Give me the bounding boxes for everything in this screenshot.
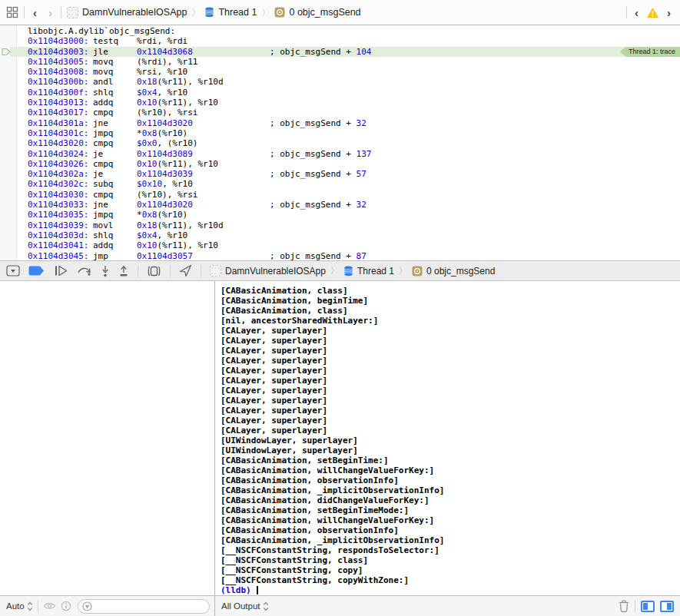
- asm-address: 0x1104d3008:: [28, 67, 93, 77]
- step-over-icon[interactable]: [77, 265, 92, 277]
- asm-line: 0x1104d300f:shlq$0x4, %r10: [0, 88, 680, 98]
- asm-line: 0x1104d3008:movq%rsi, %r10: [0, 67, 680, 77]
- debug-area-bottom-bar: Auto All Output: [0, 595, 680, 616]
- console-log-line: [CABasicAnimation, class]: [221, 286, 680, 296]
- asm-line: 0x1104d3000:testq%rdi, %rdi: [0, 36, 680, 46]
- asm-address: 0x1104d3013:: [28, 98, 93, 108]
- debug-breadcrumb: DamnVulnerableIOSApp 〉 Thread 1 〉 0 objc…: [210, 265, 495, 277]
- console-log-line: [CABasicAnimation, willChangeValueForKey…: [221, 515, 680, 525]
- asm-line: 0x1104d3030:cmpq(%r10), %rsi: [0, 190, 680, 200]
- asm-line: 0x1104d3003:jle0x1104d3068; objc_msgSend…: [0, 47, 680, 57]
- asm-address: 0x1104d3017:: [28, 108, 93, 118]
- asm-operands: $0x4, %r10: [137, 88, 270, 98]
- asm-address: 0x1104d301a:: [28, 118, 93, 128]
- continue-icon[interactable]: [53, 265, 68, 277]
- asm-mnemonic: jmpq: [93, 128, 137, 138]
- asm-line: 0x1104d300b:andl0x18(%r11), %r10d: [0, 77, 680, 87]
- console-log-line: [CALayer, superlayer]: [221, 396, 680, 406]
- previous-issue-button[interactable]: ‹: [632, 6, 642, 19]
- back-button[interactable]: ‹: [30, 6, 40, 19]
- debug-breadcrumb-frame[interactable]: 0 objc_msgSend: [426, 266, 495, 277]
- asm-operands: *0x8(%r10): [137, 210, 270, 220]
- asm-operands: (%r10), %rsi: [137, 108, 270, 118]
- asm-line: 0x1104d3035:jmpq*0x8(%r10): [0, 210, 680, 220]
- next-issue-button[interactable]: ›: [664, 6, 674, 19]
- console-log-line: [CABasicAnimation, beginTime]: [221, 296, 680, 306]
- lldb-prompt-line[interactable]: (lldb): [221, 585, 680, 595]
- asm-mnemonic: shlq: [93, 230, 137, 240]
- asm-line: 0x1104d3045:jmp0x1104d3057; objc_msgSend…: [0, 251, 680, 260]
- console-bottom-bar: All Output: [215, 596, 680, 616]
- console-log-line: [CALayer, superlayer]: [221, 386, 680, 396]
- console-log-line: [CALayer, superlayer]: [221, 336, 680, 346]
- breadcrumb-frame[interactable]: 0 objc_msgSend: [289, 7, 360, 18]
- step-into-icon[interactable]: [101, 265, 110, 277]
- asm-operands: *0x8(%r10): [137, 128, 270, 138]
- breakpoints-enabled-icon[interactable]: [28, 266, 45, 276]
- asm-address: 0x1104d3039:: [28, 220, 93, 230]
- related-items-icon[interactable]: [6, 6, 18, 18]
- breadcrumb-app[interactable]: DamnVulnerableIOSApp: [82, 7, 187, 18]
- variables-scope-popup[interactable]: Auto: [6, 601, 33, 611]
- asm-operands: 0x18(%r11), %r10d: [137, 77, 270, 87]
- asm-address: 0x1104d3041:: [28, 240, 93, 250]
- filter-input[interactable]: [78, 599, 210, 614]
- debug-breadcrumb-thread[interactable]: Thread 1: [357, 266, 394, 277]
- asm-mnemonic: jne: [93, 200, 137, 210]
- asm-line: 0x1104d302c:subq$0x10, %r10: [0, 179, 680, 189]
- console-log-line: [__NSCFConstantString, respondsToSelecto…: [221, 545, 680, 555]
- asm-mnemonic: jmp: [93, 251, 137, 260]
- asm-line: 0x1104d3041:addq0x10(%r11), %r10: [0, 240, 680, 250]
- trash-icon[interactable]: [619, 600, 629, 612]
- console-log-line: [CABasicAnimation, _implicitObservationI…: [221, 535, 680, 545]
- simulate-location-icon[interactable]: [179, 264, 192, 277]
- breadcrumb-thread[interactable]: Thread 1: [218, 7, 257, 18]
- app-icon: [67, 7, 78, 18]
- debug-breadcrumb-app[interactable]: DamnVulnerableIOSApp: [225, 266, 326, 277]
- asm-line: 0x1104d303d:shlq$0x4, %r10: [0, 230, 680, 240]
- divider: [38, 600, 38, 612]
- info-icon[interactable]: [61, 601, 71, 611]
- asm-line: 0x1104d3017:cmpq(%r10), %rsi: [0, 108, 680, 118]
- console-log-line: [CALayer, superlayer]: [221, 376, 680, 386]
- hide-debug-area-icon[interactable]: [6, 265, 20, 277]
- asm-operands: 0x1104d3020: [137, 118, 270, 128]
- asm-line: 0x1104d3013:addq0x10(%r11), %r10: [0, 98, 680, 108]
- warning-icon[interactable]: [646, 7, 659, 18]
- asm-address: 0x1104d3033:: [28, 200, 93, 210]
- console-log-line: [UIWindowLayer, superlayer]: [221, 445, 680, 455]
- divider: [170, 265, 171, 277]
- eye-icon[interactable]: [43, 601, 56, 611]
- up-down-chevrons-icon: [27, 601, 33, 611]
- up-down-chevrons-icon: [263, 601, 269, 611]
- breadcrumb-separator: 〉: [260, 7, 270, 18]
- console-log-line: [UIWindowLayer, superlayer]: [221, 436, 680, 445]
- asm-mnemonic: cmpq: [93, 138, 137, 148]
- stack-frame-icon: [274, 7, 285, 18]
- variables-view: [0, 281, 215, 595]
- thread-icon: [343, 266, 353, 277]
- asm-line: 0x1104d3024:je0x1104d3089; objc_msgSend …: [0, 149, 680, 159]
- debug-view-hierarchy-icon[interactable]: [147, 265, 161, 277]
- asm-operands: (%rdi), %r11: [137, 57, 270, 67]
- console-pane-toggle-icon[interactable]: [660, 601, 674, 612]
- forward-button[interactable]: ›: [45, 6, 55, 19]
- console-output-popup[interactable]: All Output: [221, 601, 269, 611]
- asm-operands: 0x1104d3020: [137, 200, 270, 210]
- asm-address: 0x1104d3030:: [28, 190, 93, 200]
- console-log-line: [CABasicAnimation, _implicitObservationI…: [221, 485, 680, 495]
- step-out-icon[interactable]: [118, 265, 129, 277]
- asm-operands: 0x10(%r11), %r10: [137, 240, 270, 250]
- lldb-prompt: (lldb): [221, 585, 251, 595]
- asm-line: 0x1104d3033:jne0x1104d3020; objc_msgSend…: [0, 200, 680, 210]
- disassembly-editor: libobjc.A.dylib`objc_msgSend:0x1104d3000…: [0, 25, 680, 260]
- console-pane[interactable]: [CABasicAnimation, class][CABasicAnimati…: [215, 281, 680, 595]
- debug-area: [CABasicAnimation, class][CABasicAnimati…: [0, 281, 680, 595]
- asm-operands: 0x18(%r11), %r10d: [137, 220, 270, 230]
- text-cursor: [257, 586, 258, 594]
- console-log-line: [CALayer, superlayer]: [221, 406, 680, 416]
- asm-address: 0x1104d300b:: [28, 77, 93, 87]
- variables-filter-field[interactable]: [78, 599, 210, 614]
- variables-pane-toggle-icon[interactable]: [641, 601, 655, 612]
- divider: [635, 600, 635, 612]
